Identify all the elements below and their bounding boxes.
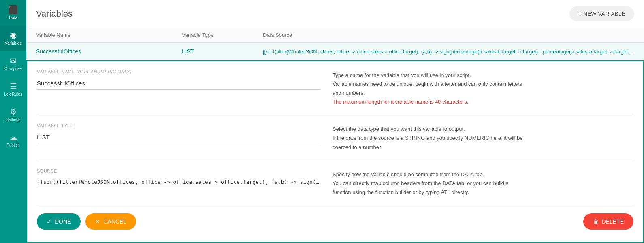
variable-name-label: VARIABLE NAME (ALPHANUMERIC ONLY) <box>37 69 320 74</box>
hint-type-2: If the data from the source is a STRING … <box>333 134 527 151</box>
actions-left: ✓ DONE ✕ CANCEL <box>37 213 136 230</box>
variable-source-cell: [[sort(filter(WholeJSON.offices, office … <box>263 49 634 55</box>
hint-name-1: Type a name for the variable that you wi… <box>333 71 527 80</box>
variable-name-section: VARIABLE NAME (ALPHANUMERIC ONLY) Type a… <box>37 61 633 115</box>
cancel-x-icon: ✕ <box>95 218 100 225</box>
variable-name-left: VARIABLE NAME (ALPHANUMERIC ONLY) <box>37 69 320 107</box>
header: Variables + NEW VARIABLE <box>26 0 644 28</box>
edit-panel: VARIABLE NAME (ALPHANUMERIC ONLY) Type a… <box>26 61 644 243</box>
sidebar-item-publish[interactable]: ☁ Publish <box>0 128 26 153</box>
source-left: SOURCE <box>37 168 320 197</box>
settings-icon: ⚙ <box>10 108 17 116</box>
source-hint: Specify how the variable should be compu… <box>333 168 527 197</box>
variable-type-cell: LIST <box>182 48 263 55</box>
variable-name-hint: Type a name for the variable that you wi… <box>333 69 527 107</box>
done-button[interactable]: ✓ DONE <box>37 213 81 230</box>
page-title: Variables <box>36 9 73 19</box>
sidebar-item-settings[interactable]: ⚙ Settings <box>0 102 26 128</box>
source-section: SOURCE Specify how the variable should b… <box>37 160 633 205</box>
main-content: Variables + NEW VARIABLE Variable Name V… <box>26 0 644 243</box>
variable-type-hint: Select the data type that you want this … <box>333 123 527 151</box>
col-header-type: Variable Type <box>182 32 263 38</box>
sidebar-label-lex-rules: Lex Rules <box>4 92 22 96</box>
col-header-name: Variable Name <box>36 32 182 38</box>
compose-icon: ✉ <box>10 57 17 65</box>
hint-name-3: The maximum length for a variable name i… <box>333 98 527 107</box>
sidebar-label-variables: Variables <box>5 41 21 45</box>
sidebar-item-data[interactable]: ⬛ Data <box>0 0 26 26</box>
variable-type-left: VARIABLE TYPE <box>37 123 320 151</box>
col-header-source: Data Source <box>263 32 634 38</box>
done-checkmark-icon: ✓ <box>47 218 51 225</box>
hint-source-1: Specify how the variable should be compu… <box>333 170 527 179</box>
sidebar-item-compose[interactable]: ✉ Compose <box>0 51 26 77</box>
variable-name-cell: SuccessfulOffices <box>36 48 182 55</box>
variable-type-label: VARIABLE TYPE <box>37 123 320 128</box>
hint-type-1: Select the data type that you want this … <box>333 125 527 134</box>
delete-button[interactable]: 🗑 DELETE <box>583 213 633 230</box>
delete-trash-icon: 🗑 <box>593 218 599 225</box>
hint-source-2: You can directly map column headers from… <box>333 179 527 197</box>
source-label: SOURCE <box>37 168 320 173</box>
lex-rules-icon: ☰ <box>10 82 17 90</box>
sidebar-label-data: Data <box>9 15 17 20</box>
actions-row: ✓ DONE ✕ CANCEL 🗑 DELETE <box>37 205 633 230</box>
variable-name-input[interactable] <box>37 77 320 90</box>
sidebar: ⬛ Data ◉ Variables ✉ Compose ☰ Lex Rules… <box>0 0 26 243</box>
hint-name-2: Variable names need to be unique, begin … <box>333 80 527 98</box>
source-input[interactable] <box>37 177 320 188</box>
sidebar-item-lex-rules[interactable]: ☰ Lex Rules <box>0 77 26 102</box>
sidebar-item-variables[interactable]: ◉ Variables <box>0 26 26 51</box>
variable-type-input[interactable] <box>37 131 320 143</box>
data-icon: ⬛ <box>8 6 18 14</box>
sidebar-label-compose: Compose <box>4 66 22 71</box>
variable-type-section: VARIABLE TYPE Select the data type that … <box>37 115 633 160</box>
publish-icon: ☁ <box>9 133 17 141</box>
new-variable-button[interactable]: + NEW VARIABLE <box>569 6 634 21</box>
sidebar-label-settings: Settings <box>6 117 20 122</box>
variables-icon: ◉ <box>10 31 17 39</box>
table-header: Variable Name Variable Type Data Source <box>26 28 644 43</box>
variable-row[interactable]: SuccessfulOffices LIST [[sort(filter(Who… <box>26 43 644 61</box>
cancel-button[interactable]: ✕ CANCEL <box>85 213 136 230</box>
sidebar-label-publish: Publish <box>6 143 20 147</box>
